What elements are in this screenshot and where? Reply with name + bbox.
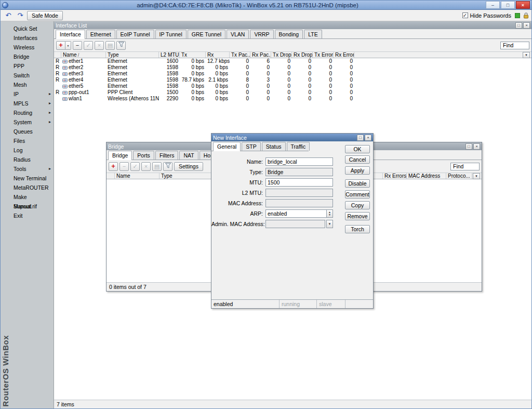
bridge-column-protocol[interactable]: Protoco... (446, 173, 472, 179)
sidebar-item-wireless[interactable]: Wireless (1, 43, 54, 52)
tab-lte[interactable]: LTE (304, 30, 322, 38)
interface-row[interactable]: Rether4Ethernet159878.7 kbps2.1 kbps8300… (54, 77, 531, 83)
find-input[interactable]: Find (500, 42, 529, 49)
column-rx[interactable]: Rx (206, 52, 230, 58)
disable-button[interactable]: Disable (345, 179, 370, 188)
interface-row[interactable]: Rppp-out1PPP Client15000 bps0 bps000000 (54, 89, 531, 96)
column-name[interactable]: Name/ (61, 52, 106, 58)
remove-button[interactable]: Remove (345, 212, 370, 220)
interface-list-close-button[interactable]: × (523, 22, 530, 29)
sidebar-item-mesh[interactable]: Mesh (1, 80, 54, 89)
add-dropdown-icon[interactable]: ▼ (65, 41, 71, 50)
add-icon[interactable]: + (56, 41, 65, 50)
bridge-column-mac-address[interactable]: MAC Address (407, 173, 446, 179)
dialog-tab-traffic[interactable]: Traffic (287, 142, 310, 151)
remove-button[interactable]: − (73, 41, 82, 50)
hide-passwords-checkbox[interactable]: ✓ Hide Passwords (462, 12, 511, 19)
bridge-comment-button[interactable]: ▤ (152, 162, 162, 171)
interface-row[interactable]: ether5Ethernet15980 bps0 bps000000 (54, 83, 531, 89)
disable-button[interactable]: × (95, 41, 104, 50)
tab-interface[interactable]: Interface (56, 30, 85, 39)
column-type[interactable]: Type (106, 52, 159, 58)
tab-ethernet[interactable]: Ethernet (86, 30, 115, 38)
column-tx-drops[interactable]: Tx Drops (271, 52, 292, 58)
new-interface-titlebar[interactable]: New Interface □ × (211, 134, 373, 141)
interface-list-restore-button[interactable]: □ (515, 22, 522, 29)
sidebar-item-ppp[interactable]: PPP (1, 61, 54, 71)
sidebar-item-queues[interactable]: Queues (1, 127, 54, 136)
sidebar-item-radius[interactable]: Radius (1, 155, 54, 164)
bridge-column-rx-errors[interactable]: Rx Errors (383, 173, 407, 179)
column-flags[interactable] (54, 52, 61, 58)
sidebar-item-manual[interactable]: Manual (1, 202, 54, 211)
new-interface-close-button[interactable]: × (365, 135, 371, 141)
bridge-enable-button[interactable]: ✓ (130, 162, 140, 171)
column-rx-errors[interactable]: Rx Errors (334, 52, 354, 58)
apply-button[interactable]: Apply (345, 166, 370, 175)
cancel-button[interactable]: Cancel (345, 155, 370, 164)
sidebar-item-exit[interactable]: Exit (1, 211, 54, 220)
column-rx-drops[interactable]: Rx Drops (292, 52, 313, 58)
close-button[interactable]: × (516, 1, 530, 9)
sidebar-item-bridge[interactable]: Bridge (1, 52, 54, 61)
sidebar-item-log[interactable]: Log (1, 146, 54, 155)
bridge-find-input[interactable]: Find (450, 163, 480, 170)
arp-spinner[interactable]: ▲ ▼ (326, 209, 333, 218)
sidebar-item-routing[interactable]: Routing▸ (1, 108, 54, 117)
interface-row[interactable]: Rether3Ethernet15980 bps0 bps000000 (54, 71, 531, 77)
tab-eoip-tunnel[interactable]: EoIP Tunnel (116, 30, 154, 38)
bridge-tab-bridge[interactable]: Bridge (108, 151, 132, 160)
column-selector-button[interactable]: ▼ (523, 52, 530, 58)
column-tx[interactable]: Tx (180, 52, 206, 58)
bridge-disable-button[interactable]: × (141, 162, 151, 171)
bridge-remove-button[interactable]: − (119, 162, 129, 171)
interface-list-titlebar[interactable]: Interface List □ × (54, 21, 531, 29)
safe-mode-button[interactable]: Safe Mode (27, 11, 63, 20)
comment-button[interactable]: ▤ (105, 41, 115, 50)
tab-bonding[interactable]: Bonding (275, 30, 303, 38)
filter-button[interactable] (116, 41, 126, 50)
sidebar-item-quick-set[interactable]: Quick Set (1, 24, 54, 33)
mtu-input[interactable] (265, 178, 333, 187)
column-tx-packets[interactable]: Tx Pac... (230, 52, 250, 58)
bridge-column-name[interactable]: Name (115, 173, 159, 179)
torch-button[interactable]: Torch (345, 225, 370, 233)
sidebar-item-interfaces[interactable]: Interfaces (1, 33, 54, 43)
bridge-tab-nat[interactable]: NAT (179, 151, 198, 160)
sidebar-item-files[interactable]: Files (1, 136, 54, 146)
dialog-tab-stp[interactable]: STP (242, 142, 260, 151)
maximize-button[interactable]: □ (501, 1, 515, 9)
tab-ip-tunnel[interactable]: IP Tunnel (155, 30, 187, 38)
enable-button[interactable]: ✓ (84, 41, 93, 50)
redo-button[interactable]: ↷ (15, 11, 25, 20)
bridge-restore-button[interactable]: □ (466, 143, 472, 150)
bridge-column-flags[interactable] (107, 173, 115, 179)
sidebar-item-new-terminal[interactable]: New Terminal (1, 174, 54, 183)
sidebar-item-metarouter[interactable]: MetaROUTER (1, 183, 54, 192)
interface-row[interactable]: Rether1Ethernet16000 bps12.7 kbps060000 (54, 58, 531, 64)
bridge-tab-filters[interactable]: Filters (155, 151, 179, 160)
bridge-tab-ports[interactable]: Ports (133, 151, 154, 160)
interface-row[interactable]: Rether2Ethernet15980 bps0 bps000000 (54, 64, 531, 71)
sidebar-item-mpls[interactable]: MPLS▸ (1, 99, 54, 108)
bridge-filter-button[interactable] (163, 162, 172, 171)
sidebar-item-ip[interactable]: IP▸ (1, 89, 54, 99)
sidebar-item-make-supout-rif[interactable]: Make Supout.rif (1, 192, 54, 202)
comment-button[interactable]: Comment (345, 190, 370, 199)
undo-button[interactable]: ↶ (3, 11, 14, 20)
interface-row[interactable]: wlan1Wireless (Atheros 11N)22900 bps0 bp… (54, 96, 531, 102)
tab-gre-tunnel[interactable]: GRE Tunnel (188, 30, 225, 38)
dialog-tab-status[interactable]: Status (262, 142, 286, 151)
dialog-tab-general[interactable]: General (213, 142, 241, 151)
add-interface-split-button[interactable]: + ▼ (56, 41, 71, 50)
new-interface-restore-button[interactable]: □ (357, 135, 364, 141)
bridge-settings-button[interactable]: Settings (174, 162, 203, 171)
bridge-column-selector-button[interactable]: ▼ (473, 173, 480, 179)
sidebar-item-tools[interactable]: Tools▸ (1, 164, 54, 174)
tab-vlan[interactable]: VLAN (227, 30, 249, 38)
column-tx-errors[interactable]: Tx Errors (313, 52, 334, 58)
ok-button[interactable]: OK (345, 145, 370, 153)
bridge-close-button[interactable]: × (473, 143, 480, 150)
minimize-button[interactable]: – (486, 1, 500, 9)
name-input[interactable] (265, 157, 333, 166)
